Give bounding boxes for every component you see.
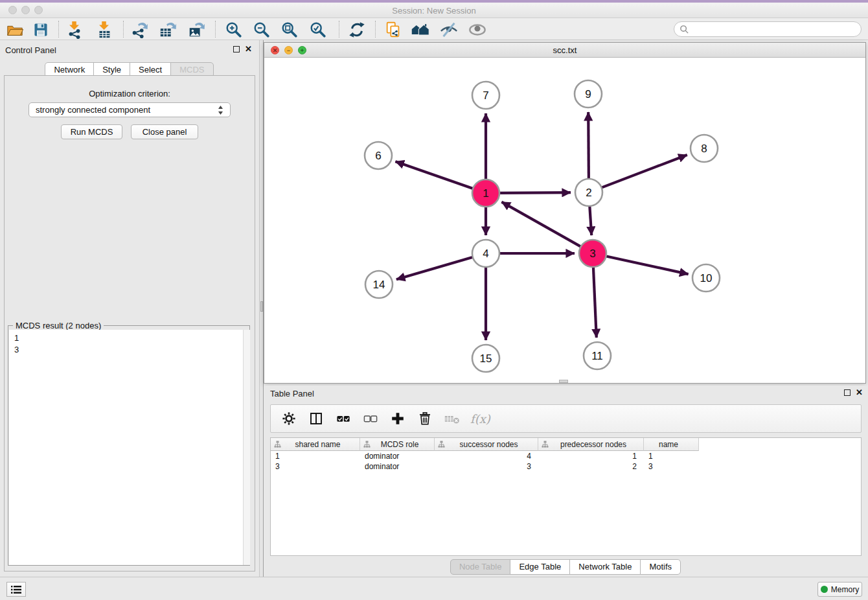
graph-edge-2-9[interactable] [588,112,589,181]
memory-label: Memory [831,585,859,594]
export-image-icon[interactable] [187,20,206,40]
memory-button[interactable]: Memory [817,582,862,597]
table-row[interactable]: 1dominator411 [271,451,861,461]
column-header-predecessor-nodes[interactable]: predecessor nodes [538,438,644,451]
cell[interactable]: 3 [644,461,699,472]
column-label: predecessor nodes [549,440,643,449]
search-input[interactable] [689,23,861,36]
node-table: shared nameMCDS rolesuccessor nodesprede… [270,437,862,556]
table-settings-icon[interactable] [280,410,298,428]
close-panel-icon[interactable]: ✕ [245,46,252,52]
list-icon [11,585,21,594]
cell[interactable]: 2 [538,461,644,472]
import-network-glyph [65,21,84,39]
export-table-icon[interactable] [158,20,177,40]
mcds-result-line: 1 [9,332,243,344]
float-panel-icon[interactable] [233,46,240,52]
graph-edge-4-14[interactable] [396,257,475,279]
network-canvas[interactable]: 1234678910111415 [264,58,865,383]
cell[interactable]: dominator [360,461,435,472]
eye-glyph [468,21,487,39]
zoom-out-icon[interactable] [252,20,271,40]
columns-glyph [308,411,324,426]
zoom-in-icon[interactable] [224,20,244,40]
cell[interactable]: 4 [435,451,538,461]
task-history-button[interactable] [6,582,26,597]
cell[interactable]: 3 [435,461,538,472]
network-graph[interactable]: 1234678910111415 [264,58,865,383]
column-header-shared-name[interactable]: shared name [271,438,360,451]
export-network-icon[interactable] [130,20,149,40]
column-header-MCDS-role[interactable]: MCDS role [360,438,435,451]
cell[interactable]: 1 [538,451,644,461]
splitter-handle[interactable] [260,301,263,312]
refresh-icon[interactable] [347,20,367,40]
network-window-titlebar[interactable]: ✕ − + scc.txt [264,43,865,58]
graph-node-label: 4 [483,248,488,260]
tab-edge-table[interactable]: Edge Table [510,559,570,575]
splitter-handle[interactable] [559,380,568,383]
control-panel-header: Control Panel ✕ [0,45,259,57]
mcds-result-title: MCDS result (2 nodes) [13,321,104,330]
save-session-icon[interactable] [31,20,51,40]
run-mcds-button[interactable]: Run MCDS [61,124,122,139]
table-body: 1dominator4113dominator323 [271,451,861,472]
eye-slash-glyph [439,21,459,39]
graph-edge-1-6[interactable] [395,161,475,189]
column-label: successor nodes [445,440,538,449]
table-row[interactable]: 3dominator323 [271,461,861,472]
houses-glyph [411,21,430,39]
table-toolbar: f(x) [270,404,862,433]
tab-motifs[interactable]: Motifs [640,559,681,575]
control-panel: Control Panel ✕ NetworkStyleSelectMCDS O… [0,40,259,577]
tab-network-table[interactable]: Network Table [569,559,641,575]
graph-edge-3-1[interactable] [501,202,582,248]
tab-node-table[interactable]: Node Table [450,559,511,575]
delete-column-icon[interactable] [416,410,434,428]
graph-edge-3-10[interactable] [604,256,689,274]
close-panel-button[interactable]: Close panel [131,124,198,139]
add-column-icon[interactable] [389,410,407,428]
show-hidden-icon[interactable] [468,20,487,40]
mcds-result-scrollbar[interactable] [243,330,250,565]
open-session-icon[interactable] [5,20,25,40]
column-header-name[interactable]: name [644,438,699,451]
graph-edge-2-8[interactable] [600,155,687,189]
trash-glyph [417,411,433,426]
clone-network-icon[interactable] [383,20,403,40]
dropdown-stepper-icon [218,105,223,115]
close-panel-icon[interactable]: ✕ [856,389,863,396]
import-table-icon[interactable] [95,20,114,40]
float-panel-icon[interactable] [844,389,851,396]
delete-table-icon[interactable] [443,410,461,428]
zoom-selected-icon[interactable] [308,20,328,40]
criterion-value: strongly connected component [36,105,218,115]
graph-edge-2-3[interactable] [589,204,591,235]
zoom-fit-icon[interactable] [280,20,299,40]
show-columns-icon[interactable] [307,410,325,428]
cell[interactable]: dominator [360,451,435,461]
panel-splitter-vertical[interactable] [259,40,264,577]
graph-node-label: 7 [483,89,488,102]
hierarchy-icon [363,441,371,448]
criterion-dropdown[interactable]: strongly connected component [29,102,231,117]
graph-edge-3-11[interactable] [593,265,597,338]
search-field[interactable] [674,21,862,37]
cell[interactable]: 3 [271,461,360,472]
column-header-successor-nodes[interactable]: successor nodes [435,438,538,451]
function-builder-icon[interactable]: f(x) [470,410,490,428]
mcds-result-textarea[interactable]: 13 [9,330,243,565]
import-network-icon[interactable] [65,20,84,40]
deselect-all-icon[interactable] [361,410,380,428]
cell[interactable]: 1 [271,451,360,461]
select-all-icon[interactable] [334,410,352,428]
graph-node-label: 9 [585,88,591,100]
first-neighbors-icon[interactable] [411,20,430,40]
floppy-icon [32,21,49,38]
hide-selected-icon[interactable] [439,20,459,40]
import-table-glyph [95,21,113,39]
fx-label: f(x) [470,412,490,426]
mcds-result-line: 3 [9,344,243,356]
graph-edge-1-2[interactable] [497,192,571,193]
cell[interactable]: 1 [644,451,699,461]
